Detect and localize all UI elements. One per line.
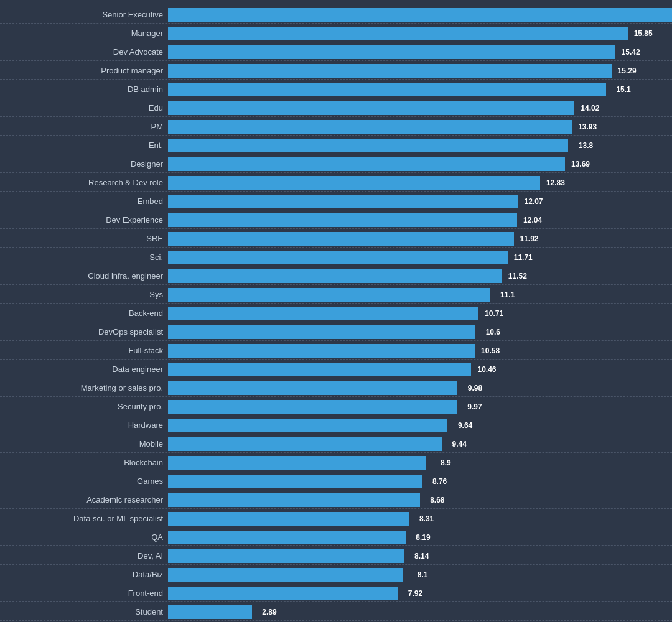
bar-track: 12.04	[168, 213, 672, 227]
bar-label: QA	[0, 532, 168, 542]
bar-fill: 15.1	[168, 83, 606, 96]
bar-label: Data engineer	[0, 364, 168, 374]
bar-value: 15.42	[622, 48, 640, 57]
bar-value: 8.9	[441, 458, 451, 467]
bar-track: 10.71	[168, 307, 672, 320]
bar-track: 12.83	[168, 176, 672, 190]
bar-label: Manager	[0, 29, 168, 38]
bar-fill: 11.92	[168, 232, 514, 246]
bar-track: 11.92	[168, 232, 672, 246]
bar-track: 8.19	[168, 531, 672, 544]
bar-row: Designer13.69	[0, 156, 672, 173]
bar-value: 11.71	[514, 253, 533, 262]
bar-fill: 11.71	[168, 251, 508, 264]
bar-label: Security pro.	[0, 402, 168, 411]
bar-track: 12.07	[168, 195, 672, 208]
bar-fill: 7.92	[168, 587, 398, 600]
bar-track: 8.1	[168, 568, 672, 582]
bar-value: 12.83	[546, 179, 565, 187]
chart-container: Senior Executive17.38Manager15.85Dev Adv…	[0, 0, 672, 622]
bar-label: Full-stack	[0, 346, 168, 355]
bar-value: 2.89	[262, 608, 276, 616]
bar-label: DevOps specialist	[0, 327, 168, 337]
bar-fill: 8.76	[168, 475, 422, 488]
bar-fill: 15.42	[168, 45, 615, 59]
bar-row: Marketing or sales pro.9.98	[0, 379, 672, 397]
bar-label: Product manager	[0, 66, 168, 75]
bar-value: 8.1	[418, 570, 428, 579]
bar-fill: 9.64	[168, 419, 447, 432]
bar-value: 11.92	[520, 234, 539, 243]
bar-row: Ent.13.8	[0, 137, 672, 154]
bar-label: PM	[0, 122, 168, 131]
bar-value: 13.69	[571, 160, 590, 169]
bar-row: Student2.89	[0, 603, 672, 621]
bar-row: Cloud infra. engineer11.52	[0, 267, 672, 285]
bar-label: Front-end	[0, 588, 168, 598]
bar-fill: 11.1	[168, 288, 490, 302]
bar-label: SRE	[0, 234, 168, 243]
bar-row: Academic researcher8.68	[0, 491, 672, 509]
bar-fill: 15.85	[168, 27, 628, 40]
bar-row: Full-stack10.58	[0, 342, 672, 360]
bar-fill: 14.02	[168, 101, 574, 115]
bar-label: Blockchain	[0, 458, 168, 467]
bar-row: Mobile9.44	[0, 435, 672, 453]
bar-row: Manager15.85	[0, 25, 672, 42]
bar-label: DB admin	[0, 85, 168, 94]
bar-row: Product manager15.29	[0, 62, 672, 80]
bar-row: Front-end7.92	[0, 585, 672, 602]
bar-label: Data sci. or ML specialist	[0, 514, 168, 523]
bar-row: Dev Advocate15.42	[0, 44, 672, 61]
bar-row: Sys11.1	[0, 286, 672, 304]
bar-row: Data/Biz8.1	[0, 566, 672, 583]
bar-label: Student	[0, 607, 168, 616]
bar-row: Dev, AI8.14	[0, 547, 672, 565]
bar-value: 15.85	[634, 29, 653, 38]
bar-value: 8.68	[430, 496, 444, 504]
bar-track: 17.38	[168, 8, 672, 22]
bar-track: 8.68	[168, 493, 672, 507]
bar-value: 8.31	[419, 514, 434, 523]
bar-row: PM13.93	[0, 118, 672, 136]
bar-value: 10.71	[485, 309, 503, 318]
bar-track: 8.14	[168, 549, 672, 563]
bar-row: Data sci. or ML specialist8.31	[0, 510, 672, 527]
bar-label: Designer	[0, 159, 168, 169]
bar-value: 8.14	[414, 552, 429, 560]
bar-track: 8.9	[168, 456, 672, 470]
bar-value: 8.19	[416, 533, 430, 542]
bar-fill: 8.68	[168, 493, 420, 507]
bar-fill: 9.44	[168, 437, 442, 451]
bar-label: Edu	[0, 103, 168, 113]
bar-fill: 2.89	[168, 605, 252, 619]
bar-label: Mobile	[0, 439, 168, 448]
bar-fill: 13.93	[168, 120, 572, 134]
bar-row: DevOps specialist10.6	[0, 323, 672, 341]
bar-value: 10.6	[486, 328, 500, 337]
bar-fill: 9.97	[168, 400, 457, 414]
bar-label: Marketing or sales pro.	[0, 383, 168, 392]
bar-track: 13.8	[168, 139, 672, 152]
bar-fill: 10.71	[168, 307, 478, 320]
bar-fill: 8.19	[168, 531, 406, 544]
bar-row: Security pro.9.97	[0, 398, 672, 415]
bar-fill: 8.14	[168, 549, 404, 563]
bar-track: 15.29	[168, 64, 672, 78]
bar-row: Back-end10.71	[0, 305, 672, 322]
bar-fill: 12.07	[168, 195, 518, 208]
bar-label: Hardware	[0, 420, 168, 430]
bar-label: Games	[0, 476, 168, 486]
bar-track: 14.02	[168, 101, 672, 115]
bar-row: Senior Executive17.38	[0, 6, 672, 24]
bar-row: Data engineer10.46	[0, 361, 672, 378]
bar-row: Edu14.02	[0, 100, 672, 117]
bar-value: 8.76	[432, 477, 447, 486]
bar-value: 14.02	[581, 104, 599, 113]
bar-track: 10.58	[168, 344, 672, 358]
bar-value: 11.52	[508, 272, 527, 281]
bar-value: 13.8	[579, 141, 593, 150]
bar-row: Sci.11.71	[0, 249, 672, 266]
bar-label: Ent.	[0, 141, 168, 150]
bar-value: 10.46	[477, 365, 496, 374]
